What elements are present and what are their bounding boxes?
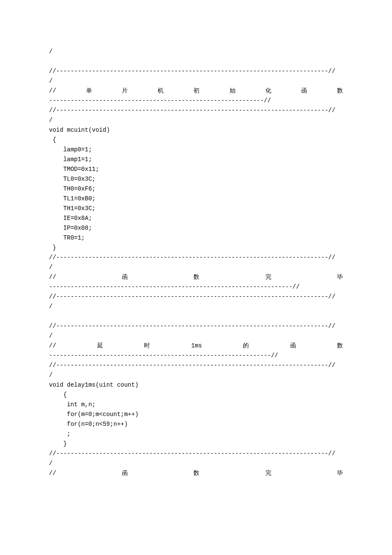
- hdr-char: 时: [144, 341, 150, 351]
- hdr-char: 机: [158, 86, 164, 96]
- blank-line: [49, 312, 343, 321]
- code-line: void mcuint(void): [49, 125, 343, 135]
- code-line: TH1=0x3C;: [49, 204, 343, 214]
- ftr-char: 函: [122, 468, 128, 478]
- hdr-char: 单: [86, 86, 92, 96]
- divider-slash: /: [49, 263, 343, 272]
- code-line: lamp1=1;: [49, 155, 343, 165]
- code-line: IP=0x08;: [49, 223, 343, 233]
- divider-slash: /: [49, 76, 343, 86]
- hdr-char: 始: [230, 86, 236, 96]
- hdr-char: //: [49, 86, 56, 96]
- divider: //--------------------------------------…: [49, 66, 343, 76]
- divider: //--------------------------------------…: [49, 253, 343, 263]
- code-line: TMOD=0x11;: [49, 165, 343, 174]
- code-line: IE=0x8A;: [49, 214, 343, 223]
- hdr-char: 化: [265, 86, 271, 96]
- ftr-char: 完: [265, 468, 271, 478]
- code-line: TL0=0x3C;: [49, 174, 343, 184]
- code-line: void delay1ms(uint count): [49, 380, 343, 390]
- code-line: ;: [49, 429, 343, 439]
- header-dashes: ----------------------------------------…: [49, 351, 343, 361]
- code-line: }: [49, 243, 343, 253]
- code-line: int m,n;: [49, 400, 343, 410]
- hdr-char: 1ms: [191, 341, 202, 351]
- hdr-char: 延: [97, 341, 103, 351]
- code-line: for(n=0;n<59;n++): [49, 419, 343, 429]
- ftr-char: //: [49, 468, 56, 478]
- hdr-char: 数: [337, 341, 343, 351]
- code-line: TH0=0xF6;: [49, 184, 343, 194]
- ftr-char: 完: [265, 272, 271, 282]
- ftr-char: 函: [122, 272, 128, 282]
- hdr-char: 数: [337, 86, 343, 96]
- hdr-char: 的: [243, 341, 249, 351]
- ftr-char: 毕: [337, 468, 343, 478]
- code-line: TR0=1;: [49, 233, 343, 243]
- divider-slash: /: [49, 331, 343, 341]
- code-line: /: [49, 47, 343, 57]
- blank-line: [49, 57, 343, 66]
- divider-slash: /: [49, 459, 343, 468]
- divider-slash: /: [49, 116, 343, 125]
- divider: //--------------------------------------…: [49, 361, 343, 370]
- section-header-delay: // 延 时 1ms 的 函 数: [49, 341, 343, 351]
- ftr-char: 数: [193, 468, 199, 478]
- code-line: lamp0=1;: [49, 145, 343, 155]
- footer-dashes: ----------------------------------------…: [49, 282, 343, 292]
- hdr-char: 函: [290, 341, 296, 351]
- ftr-char: 毕: [337, 272, 343, 282]
- hdr-char: 片: [122, 86, 128, 96]
- code-line: }: [49, 439, 343, 449]
- hdr-char: 函: [301, 86, 307, 96]
- divider: //--------------------------------------…: [49, 292, 343, 302]
- code-line: TL1=0xB0;: [49, 194, 343, 204]
- code-line: for(m=0;m<count;m++): [49, 410, 343, 419]
- hdr-char: 初: [193, 86, 199, 96]
- header-dashes: ----------------------------------------…: [49, 96, 343, 106]
- divider: //--------------------------------------…: [49, 449, 343, 459]
- ftr-char: 数: [193, 272, 199, 282]
- divider-slash: /: [49, 302, 343, 312]
- divider-slash: /: [49, 370, 343, 380]
- divider: //--------------------------------------…: [49, 321, 343, 331]
- section-footer: // 函 数 完 毕: [49, 272, 343, 282]
- code-line: {: [49, 135, 343, 145]
- section-footer: // 函 数 完 毕: [49, 468, 343, 478]
- ftr-char: //: [49, 272, 56, 282]
- code-line: {: [49, 390, 343, 400]
- hdr-char: //: [49, 341, 56, 351]
- section-header-mcu: // 单 片 机 初 始 化 函 数: [49, 86, 343, 96]
- divider: //--------------------------------------…: [49, 106, 343, 116]
